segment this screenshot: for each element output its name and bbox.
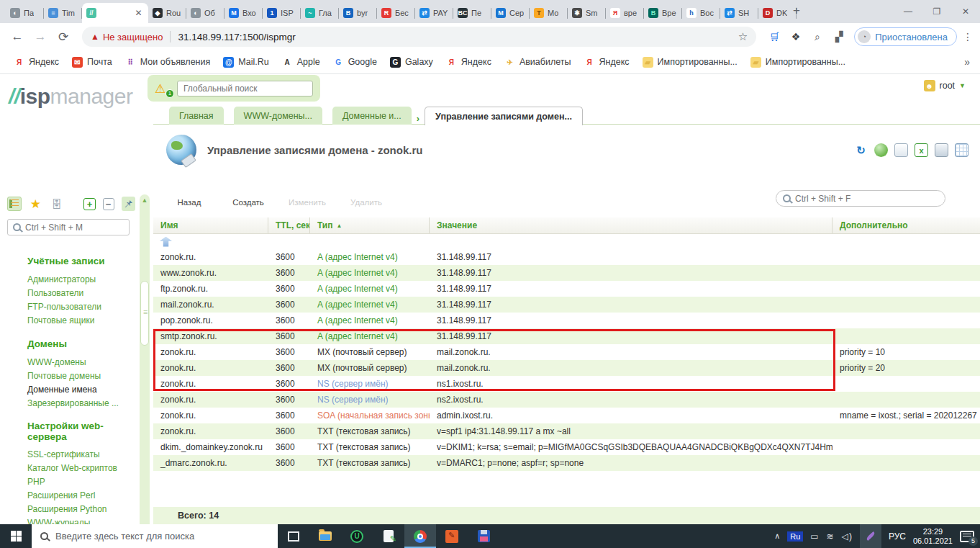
sidebar-section-header[interactable]: Учётные записи [9,255,131,267]
browser-tab[interactable]: B Вре ✕ [644,3,682,23]
puzzle-extension-icon[interactable]: ▞ [830,27,848,46]
bookmark-item[interactable]: Я Яндекс [440,53,498,71]
table-settings-icon[interactable] [955,143,968,157]
user-menu[interactable]: ☻ root ▼ [924,80,966,91]
bookmark-item[interactable]: ▰ Импортированны... [636,53,744,71]
notepad-button[interactable] [373,524,404,548]
column-header-extra[interactable]: Дополнительно [832,217,980,233]
browser-tab[interactable]: 1 ISP ✕ [263,3,301,23]
tray-expand-icon[interactable]: ∧ [774,531,780,541]
menu-search-box[interactable] [7,219,130,235]
browser-tab[interactable]: M Вхо ✕ [224,3,263,23]
bookmark-item[interactable]: A Apple [276,53,327,71]
tab-close-icon[interactable]: ✕ [133,8,144,19]
table-row[interactable]: ftp.zonok.ru. 3600 A (адрес Internet v4)… [153,281,980,297]
security-warning[interactable]: ▲ Не защищено [91,32,163,42]
sidebar-item[interactable]: SSL-сертификаты [9,447,131,461]
refresh-icon[interactable]: ↻ [854,143,868,157]
task-view-button[interactable] [278,524,309,548]
cart-extension-icon[interactable]: 🛒︎ [765,27,784,46]
favorites-star-icon[interactable]: ★ [29,197,42,211]
language-badge[interactable]: Ru [787,531,803,542]
browser-tab[interactable]: B byr ✕ [339,3,377,23]
bookmark-item[interactable]: Я Яндекс [578,53,636,71]
column-header-ttl[interactable]: TTL, сек [268,217,310,233]
toolbar-button[interactable]: Создать [228,176,268,207]
url-text[interactable]: 31.148.99.117:1500/ispmgr [178,32,295,42]
browser-tab[interactable]: // ✕ [82,3,148,23]
utorrent-button[interactable]: U [341,524,373,548]
start-button[interactable] [0,524,32,548]
reload-icon[interactable]: ⟳ [53,27,73,47]
table-row[interactable]: _dmarc.zonok.ru. 3600 TXT (текстовая зап… [153,455,980,471]
sidebar-section-header[interactable]: Домены [9,338,131,350]
browser-tab[interactable]: ~ Гла ✕ [301,3,339,23]
toolbar-button[interactable]: Изменить [287,176,327,207]
table-row[interactable]: zonok.ru. 3600 NS (сервер имён) ns1.ixos… [153,376,980,392]
browser-tab[interactable]: ✱ Sm ✕ [568,3,606,23]
table-row[interactable]: www.zonok.ru. 3600 A (адрес Internet v4)… [153,265,980,281]
table-row[interactable]: zonok.ru. 3600 TXT (текстовая запись) v=… [153,423,980,439]
bookmarks-overflow-icon[interactable]: » [964,56,970,68]
clock[interactable]: 23:29 06.01.2021 [913,527,953,546]
table-row[interactable]: dkim._domainkey.zonok.ru 3600 TXT (текст… [153,439,980,455]
filter-box[interactable] [776,190,945,207]
sidebar-section-header[interactable]: Настройки web-сервера [9,421,131,442]
dns-globe-icon[interactable] [874,143,888,157]
column-header-type[interactable]: Тип ▲ [310,217,430,233]
maximize-button[interactable]: ❐ [922,6,951,17]
sidebar-item[interactable]: Зарезервированные ... [9,396,131,410]
volume-icon[interactable]: ◁) [842,531,853,542]
sidebar-scrollbar[interactable]: ▲ ▼ [140,194,150,524]
browser-tab[interactable]: T Mo ✕ [530,3,568,23]
table-row[interactable]: mail.zonok.ru. 3600 A (адрес Internet v4… [153,297,980,313]
notification-center-icon[interactable]: 5 [960,531,974,542]
sidebar-item[interactable]: PHP [9,475,131,488]
nav-tab[interactable]: Доменные и... ✕ [332,107,412,125]
browser-tab[interactable]: BC Пе ✕ [453,3,491,23]
print-icon[interactable] [935,143,948,157]
notifications-warning-icon[interactable]: ⚠ 1 [155,81,171,96]
sidebar-item[interactable]: WWW-журналы [9,516,131,524]
export-excel-icon[interactable]: x [915,143,928,157]
bookmark-item[interactable]: ✉ Почта [65,53,119,71]
save-app-button[interactable] [468,524,499,548]
sidebar-item[interactable]: Почтовые домены [9,369,131,382]
table-row[interactable]: zonok.ru. 3600 MX (почтовый сервер) mail… [153,360,980,376]
wifi-icon[interactable]: ≋ [827,531,835,542]
sidebar-item[interactable]: Расширения Perl [9,488,131,502]
toolbar-button[interactable]: Назад [169,176,209,207]
bookmark-item[interactable]: @ Mail.Ru [217,53,275,71]
sidebar-item[interactable]: Почтовые ящики [9,313,131,327]
battery-icon[interactable]: ▭ [810,531,819,542]
scroll-up-icon[interactable]: ▲ [140,197,150,204]
diamonds-extension-icon[interactable]: ❖ [786,27,805,46]
close-button[interactable]: ✕ [951,6,980,17]
bookmark-item[interactable]: G Google [327,53,384,71]
table-row[interactable]: zonok.ru. 3600 MX (почтовый сервер) mail… [153,344,980,360]
bookmark-item[interactable]: ✈ Авиабилеты [498,53,578,71]
forward-icon[interactable]: → [30,27,50,47]
scrollbar-thumb[interactable] [140,281,149,346]
browser-tab[interactable]: ⇄ PAY ✕ [415,3,453,23]
copy-icon[interactable] [894,143,908,157]
tree-view-icon[interactable] [7,197,22,211]
browser-tab[interactable]: ◐ Об ✕ [186,3,224,23]
bookmark-item[interactable]: G Galaxy [384,53,440,71]
filter-input[interactable] [795,194,938,204]
global-search-input[interactable] [177,81,313,96]
taskbar-search[interactable]: Введите здесь текст для поиска [32,524,278,548]
briefcase-icon[interactable]: 🗄︎ [50,197,63,211]
orange-app-button[interactable] [436,524,468,548]
table-row[interactable]: pop.zonok.ru. 3600 A (адрес Internet v4)… [153,313,980,328]
address-bar[interactable]: ▲ Не защищено 31.148.99.117:1500/ispmgr … [82,27,756,47]
table-row[interactable]: zonok.ru. 3600 A (адрес Internet v4) 31.… [153,249,980,265]
back-icon[interactable]: ← [7,27,27,47]
sidebar-item[interactable]: Администраторы [9,272,131,286]
extension-paused-badge[interactable]: ◔ Приостановлена [854,27,957,46]
up-level-icon[interactable] [160,237,172,247]
bookmark-item[interactable]: Я Яндекс [7,53,65,71]
sidebar-item[interactable]: Пользователи [9,286,131,300]
browser-tab[interactable]: ◆ Rou ✕ [148,3,186,23]
sidebar-item[interactable]: Расширения Python [9,502,131,516]
